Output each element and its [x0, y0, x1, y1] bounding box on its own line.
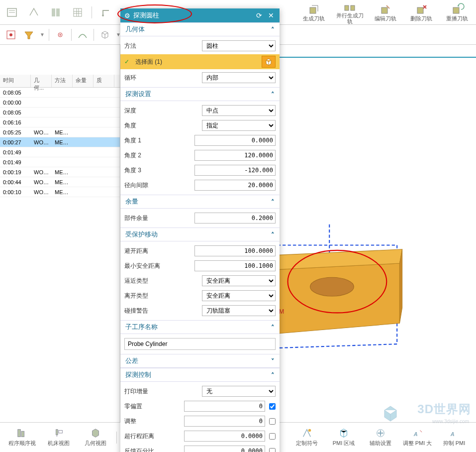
- select-face-row[interactable]: ✓ 选择面 (1): [120, 54, 280, 69]
- feedback-input[interactable]: [184, 446, 265, 452]
- separator: [94, 29, 94, 41]
- col-stock[interactable]: 余量: [73, 75, 94, 87]
- overtravel-checkbox[interactable]: [269, 433, 276, 440]
- label: 机床视图: [48, 440, 70, 447]
- print-select[interactable]: 无: [202, 386, 276, 397]
- parallel-generate-button[interactable]: 并行生成刀轨: [335, 1, 365, 24]
- angle2-input[interactable]: [194, 150, 276, 161]
- table-row[interactable]: 0:08:05: [0, 88, 120, 98]
- section-tolerance[interactable]: 公差˅: [120, 354, 280, 368]
- custom-symbol-button[interactable]: 定制符号: [291, 425, 323, 450]
- table-row[interactable]: 0:05:25WOR...MET...: [0, 127, 120, 137]
- suppress-pmi-button[interactable]: A抑制 PMI: [438, 425, 470, 450]
- table-row[interactable]: 0:01:49: [0, 147, 120, 157]
- ribbon-tool-1[interactable]: [4, 2, 20, 22]
- table-row[interactable]: 0:08:05: [0, 108, 120, 117]
- ribbon-tool-5[interactable]: [98, 2, 114, 22]
- depth-label: 深度: [124, 107, 199, 115]
- approach-select[interactable]: 安全距离: [202, 275, 276, 286]
- delete-toolpath-button[interactable]: 删除刀轨: [406, 1, 436, 24]
- section-protected[interactable]: 受保护移动˄: [120, 227, 280, 241]
- separator: [71, 29, 72, 41]
- label: 删除刀轨: [410, 15, 432, 21]
- svg-rect-10: [417, 7, 423, 13]
- pmi-region-button[interactable]: PMI 区域: [328, 425, 360, 450]
- adjust-pmi-button[interactable]: A调整 PMI 大: [401, 425, 433, 450]
- svg-rect-1: [52, 8, 55, 16]
- table-body[interactable]: 0:08:050:00:000:08:050:06:160:05:25WOR..…: [0, 88, 120, 422]
- zero-input[interactable]: [184, 401, 265, 412]
- minsafe-input[interactable]: [194, 260, 276, 271]
- section-label: 探测控制: [125, 370, 271, 379]
- label: 几何视图: [85, 440, 106, 447]
- edit-toolpath-button[interactable]: 编辑刀轨: [371, 1, 400, 24]
- section-control[interactable]: 探测控制˄: [120, 368, 280, 382]
- angle3-input[interactable]: [194, 165, 276, 176]
- feedback-checkbox[interactable]: [269, 448, 276, 452]
- ribbon-tool-2[interactable]: [26, 2, 42, 22]
- point-tool-icon[interactable]: [53, 28, 67, 42]
- table-row[interactable]: 0:00:27WOR...MET...: [0, 137, 120, 147]
- col-time[interactable]: 时间: [0, 75, 31, 87]
- pin-icon[interactable]: ⟳: [255, 11, 264, 19]
- ribbon-tool-3[interactable]: [48, 2, 64, 22]
- col-method[interactable]: 方法: [52, 75, 73, 87]
- table-row[interactable]: 0:01:49: [0, 157, 120, 167]
- table-row[interactable]: 0:00:44WOR...MET...: [0, 177, 120, 187]
- angle1-input[interactable]: [194, 135, 276, 146]
- aux-settings-button[interactable]: 辅助设置: [365, 425, 396, 450]
- method-select[interactable]: 圆柱: [202, 40, 276, 51]
- svg-point-25: [308, 429, 311, 432]
- probe-cylinder-dialog: ⚙ 探测圆柱 ⟳ ✕ 几何体˄ 方法 圆柱 ✓ 选择面 (1) 循环 内部 探测…: [120, 8, 280, 452]
- chevron-up-icon: ˄: [271, 26, 275, 33]
- chevron-up-icon: ˄: [271, 324, 275, 331]
- depart-select[interactable]: 安全距离: [202, 290, 276, 301]
- method-label: 方法: [124, 42, 199, 50]
- loop-select[interactable]: 内部: [202, 72, 276, 83]
- label: 调整 PMI 大: [403, 440, 432, 447]
- label: 程序顺序视: [8, 440, 36, 447]
- angle-select[interactable]: 指定: [202, 120, 276, 131]
- overtravel-input[interactable]: [184, 431, 265, 442]
- label: 抑制 PMI: [443, 440, 466, 447]
- svg-rect-8: [351, 5, 355, 10]
- target-icon[interactable]: [4, 28, 18, 42]
- cube-selector-icon[interactable]: [262, 56, 276, 68]
- replay-toolpath-button[interactable]: 重播刀轨: [442, 1, 472, 24]
- geometry-view-button[interactable]: 几何视图: [80, 425, 111, 450]
- zero-checkbox[interactable]: [269, 403, 276, 410]
- col-quality[interactable]: 质: [94, 75, 114, 87]
- curve-tool-icon[interactable]: [76, 28, 90, 42]
- adjust-input[interactable]: [184, 416, 265, 427]
- part-stock-input[interactable]: [194, 213, 276, 224]
- table-row[interactable]: 0:00:19WOR...MET...: [0, 167, 120, 177]
- section-stock[interactable]: 余量˄: [120, 195, 280, 209]
- dialog-titlebar[interactable]: ⚙ 探测圆柱 ⟳ ✕: [120, 8, 280, 22]
- collision-label: 碰撞警告: [124, 307, 199, 315]
- clearance-input[interactable]: [194, 245, 276, 256]
- col-geo[interactable]: 几何...: [31, 75, 52, 87]
- filter-icon[interactable]: [22, 28, 36, 42]
- ribbon-tool-4[interactable]: [70, 2, 86, 22]
- section-probe[interactable]: 探测设置˄: [120, 87, 280, 101]
- section-label: 子工序名称: [125, 323, 271, 332]
- collision-select[interactable]: 刀轨阻塞: [202, 305, 276, 316]
- label: PMI 区域: [333, 440, 355, 447]
- adjust-checkbox[interactable]: [269, 418, 276, 425]
- label: 辅助设置: [370, 440, 391, 447]
- loop-label: 循环: [124, 74, 199, 82]
- box-tool-icon[interactable]: [98, 28, 112, 42]
- subop-name-input[interactable]: [124, 338, 276, 350]
- close-icon[interactable]: ✕: [267, 11, 276, 19]
- table-row[interactable]: 0:00:10WOR...MET...: [0, 187, 120, 197]
- program-order-view-button[interactable]: 程序顺序视: [6, 425, 38, 450]
- table-row[interactable]: 0:06:16: [0, 117, 120, 127]
- section-geometry[interactable]: 几何体˄: [120, 22, 280, 36]
- generate-toolpath-button[interactable]: 生成刀轨: [299, 1, 329, 24]
- radial-input[interactable]: [194, 180, 276, 191]
- table-row[interactable]: 0:00:00: [0, 98, 120, 108]
- print-label: 打印增量: [124, 387, 199, 396]
- depth-select[interactable]: 中点: [202, 105, 276, 116]
- part-stock-label: 部件余量: [124, 214, 191, 223]
- machine-view-button[interactable]: 机床视图: [43, 425, 75, 450]
